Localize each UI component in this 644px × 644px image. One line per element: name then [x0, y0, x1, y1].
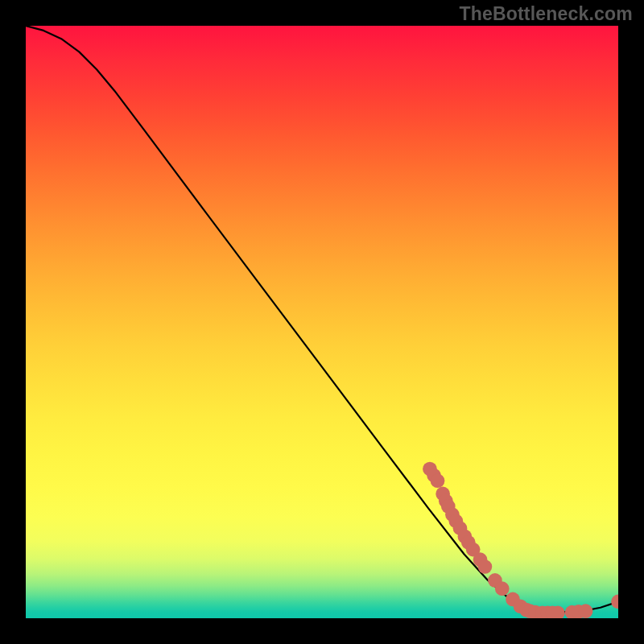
watermark-text: TheBottleneck.com [459, 3, 633, 25]
chart-overlay [26, 26, 618, 618]
data-point [495, 581, 510, 596]
data-point [431, 473, 445, 488]
plot-area [26, 26, 618, 618]
data-point [611, 595, 618, 609]
data-point [478, 559, 493, 574]
data-point [579, 604, 593, 618]
curve-line [26, 26, 618, 613]
chart-frame: TheBottleneck.com [0, 0, 644, 644]
